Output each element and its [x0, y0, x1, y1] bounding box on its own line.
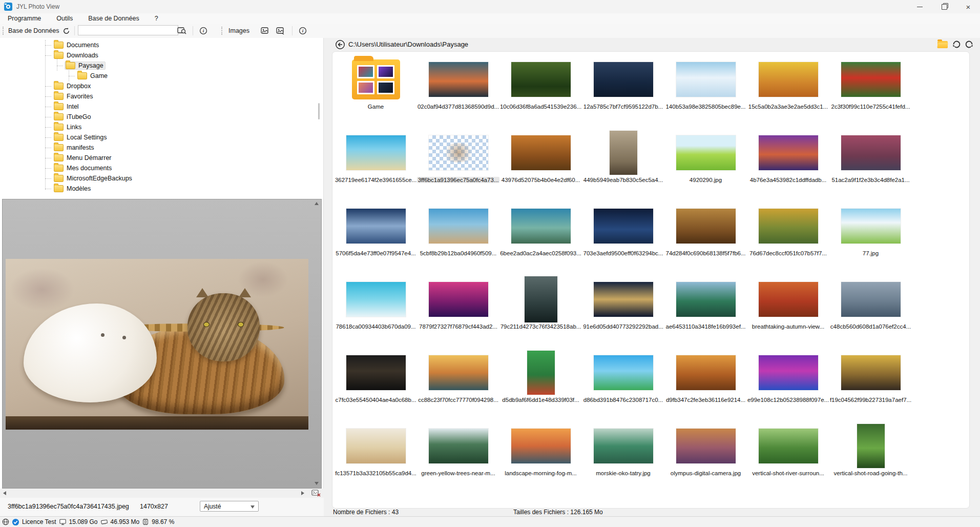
open-folder-button[interactable] [937, 41, 948, 48]
tree-item-label: Modèles [67, 185, 91, 192]
db-info-button[interactable]: i [198, 26, 209, 36]
restore-button[interactable] [932, 0, 956, 13]
restore-icon [942, 4, 947, 10]
file-item-12a5785c7bf7cf9595122d7b[interactable]: 12a5785c7bf7cf9595122d7b... [582, 55, 664, 128]
file-item-c7fc03e55450404ae4a0c68b[interactable]: c7fc03e55450404ae4a0c68b... [335, 348, 417, 421]
fit-mode-select[interactable]: Ajusté [200, 501, 259, 512]
file-item-6bee2ad0ac2a4aec0258f093[interactable]: 6bee2ad0ac2a4aec0258f093... [499, 201, 582, 275]
tree-item-manifests[interactable]: manifests [0, 143, 96, 153]
file-item-703e3aefd9500eff0f63294bc[interactable]: 703e3aefd9500eff0f63294bc... [582, 201, 664, 275]
tree-item-favorites[interactable]: Favorites [0, 91, 95, 102]
thumb-wrap [417, 128, 499, 177]
refresh-db-button[interactable] [60, 26, 72, 36]
preview-h-scrollbar[interactable] [0, 489, 324, 498]
file-item-5cbf8b29b12ba0d4960f509[interactable]: 5cbf8b29b12ba0d4960f509... [417, 201, 499, 275]
file-item-cc88c23f70fcc77770f094298[interactable]: cc88c23f70fcc77770f094298... [417, 348, 499, 421]
file-item-olympus-digital-camera-jpg[interactable]: olympus-digital-camera.jpg [664, 421, 747, 495]
refresh-view-button[interactable] [952, 39, 962, 49]
file-item-c48cb560d608d1a076ef2cc4[interactable]: c48cb560d608d1a076ef2cc4... [829, 275, 912, 348]
toolbar-grip[interactable] [3, 27, 4, 35]
file-item-10c06d36f8a6ad541539e236[interactable]: 10c06d36f8a6ad541539e236... [499, 55, 582, 128]
file-item-4920290-jpg[interactable]: 4920290.jpg [664, 128, 747, 201]
file-item-91e6d05dd40773292292bad[interactable]: 91e6d05dd40773292292bad... [582, 275, 664, 348]
thumb-wrap [582, 201, 664, 251]
folder-icon [77, 72, 87, 79]
file-item-breathtaking-autumn-view[interactable]: breathtaking-autumn-view... [747, 275, 829, 348]
menu-outils[interactable]: Outils [49, 15, 80, 22]
menu-base-de-donnees[interactable]: Base de Données [80, 15, 147, 22]
search-image-button[interactable] [176, 26, 187, 36]
tree-item-dropbox[interactable]: Dropbox [0, 81, 93, 91]
tree-item-paysage[interactable]: Paysage [0, 60, 106, 71]
file-item-3ff6bc1a91396ec75a0fc4a73[interactable]: 3ff6bc1a91396ec75a0fc4a73... [417, 128, 499, 201]
search-input[interactable] [78, 25, 178, 35]
image-edit-button[interactable] [275, 26, 286, 36]
tree-item-documents[interactable]: Documents [0, 40, 101, 50]
file-item-78618ca00934403b670da09[interactable]: 78618ca00934403b670da09... [335, 275, 417, 348]
remove-image-button[interactable] [311, 489, 321, 497]
preview-image[interactable] [6, 259, 308, 430]
file-item-d9fb347c2fe3eb36116e9214[interactable]: d9fb347c2fe3eb36116e9214... [664, 348, 747, 421]
redo-rotate-button[interactable] [964, 39, 974, 49]
scroll-right-arrow-icon[interactable] [301, 491, 304, 495]
thumb-wrap [829, 348, 912, 397]
tree-item-links[interactable]: Links [0, 122, 84, 132]
file-item-f19c04562f99b227319a7aef7[interactable]: f19c04562f99b227319a7aef7... [829, 348, 912, 421]
file-item-43976d52075b4b0e4e2df60[interactable]: 43976d52075b4b0e4e2df60... [499, 128, 582, 201]
tree-item-menu-d-marrer[interactable]: Menu Démarrer [0, 153, 114, 163]
file-item-landscape-morning-fog-m[interactable]: landscape-morning-fog-m... [499, 421, 582, 495]
menu-help[interactable]: ? [147, 15, 166, 22]
folder-icon [54, 134, 64, 141]
file-item-74d284f0c690b68138f5f7fb6[interactable]: 74d284f0c690b68138f5f7fb6... [664, 201, 747, 275]
redo-rotate-icon [964, 39, 974, 49]
file-item-51ac2a9f1f2e3b3c4d8fe2a1[interactable]: 51ac2a9f1f2e3b3c4d8fe2a1... [829, 128, 912, 201]
tree-item-game[interactable]: Game [0, 71, 110, 81]
image-action-button[interactable] [259, 26, 270, 36]
file-item-449b5949eab7b830c5ec5a4[interactable]: 449b5949eab7b830c5ec5a4... [582, 128, 664, 201]
thumb-wrap [582, 348, 664, 397]
file-item-2c3f30f99c110e7255c41fefd[interactable]: 2c3f30f99c110e7255c41fefd... [829, 55, 912, 128]
file-item-15c5a0b2a3ae3e2ae5dd3c1[interactable]: 15c5a0b2a3ae3e2ae5dd3c1... [747, 55, 829, 128]
tree-item-downloads[interactable]: Downloads [0, 50, 100, 60]
file-item-green-yellow-trees-near-m[interactable]: green-yellow-trees-near-m... [417, 421, 499, 495]
file-item-vertical-shot-road-going-th[interactable]: vertical-shot-road-going-th... [829, 421, 912, 495]
file-item-5706f5da4e73ff0e07f9547e4[interactable]: 5706f5da4e73ff0e07f9547e4... [335, 201, 417, 275]
minimize-button[interactable] [908, 0, 931, 13]
file-item-362719ee6174f2e3961655ce[interactable]: 362719ee6174f2e3961655ce... [335, 128, 417, 201]
close-button[interactable]: × [956, 0, 980, 13]
back-button[interactable] [335, 39, 345, 50]
file-item-77-jpg[interactable]: 77.jpg [829, 201, 912, 275]
thumb-wrap [499, 201, 582, 251]
file-item-02c0af94d377d81368590d9d[interactable]: 02c0af94d377d81368590d9d... [417, 55, 499, 128]
tree-item-mes-documents[interactable]: Mes documents [0, 163, 114, 173]
tree-scrollbar[interactable] [318, 103, 320, 119]
scroll-up-arrow-icon[interactable] [315, 202, 319, 205]
cpu-usage-value: 98.67 % [152, 518, 174, 525]
file-item-ae6453110a3418fe16b993ef[interactable]: ae6453110a3418fe16b993ef... [664, 275, 747, 348]
file-item-vertical-shot-river-surroun[interactable]: vertical-shot-river-surroun... [747, 421, 829, 495]
disk-space-value: 15.089 Go [69, 518, 98, 525]
toolbar-grip[interactable] [221, 27, 222, 35]
file-item-7879f27327f76879cf443ad2[interactable]: 7879f27327f76879cf443ad2... [417, 275, 499, 348]
file-item-76d67dec8ccf051fc07b57f7[interactable]: 76d67dec8ccf051fc07b57f7... [747, 201, 829, 275]
thumbnail-image [759, 282, 818, 317]
scroll-down-arrow-icon[interactable] [315, 482, 319, 485]
file-item-morskie-oko-tatry-jpg[interactable]: morskie-oko-tatry.jpg [582, 421, 664, 495]
file-item-d86bd391b8476c2308717c0[interactable]: d86bd391b8476c2308717c0... [582, 348, 664, 421]
tree-item-local-settings[interactable]: Local Settings [0, 132, 109, 143]
menu-programme[interactable]: Programme [0, 15, 49, 22]
folder-item-game[interactable]: Game [335, 55, 417, 128]
tree-item-itubego[interactable]: iTubeGo [0, 112, 93, 122]
file-item-d5db9af6f6dd1e48d339f03f[interactable]: d5db9af6f6dd1e48d339f03f... [499, 348, 582, 421]
images-info-button[interactable]: i [297, 26, 308, 36]
file-item-4b76e3a453982c1ddffdadb[interactable]: 4b76e3a453982c1ddffdadb... [747, 128, 829, 201]
scroll-left-arrow-icon[interactable] [3, 491, 6, 495]
tree-item-mod-les[interactable]: Modèles [0, 184, 93, 194]
file-item-partial[interactable] [335, 495, 417, 509]
file-item-79c211d4273c76f3423518ab[interactable]: 79c211d4273c76f3423518ab... [499, 275, 582, 348]
tree-item-microsoftedgebackups[interactable]: MicrosoftEdgeBackups [0, 173, 134, 184]
tree-item-intel[interactable]: Intel [0, 102, 81, 112]
file-item-140b53a98e3825805bec89e[interactable]: 140b53a98e3825805bec89e... [664, 55, 747, 128]
file-item-fc13571b3a332105b55ca9d4[interactable]: fc13571b3a332105b55ca9d4... [335, 421, 417, 495]
file-item-e99e108c12b05238988f097e[interactable]: e99e108c12b05238988f097e... [747, 348, 829, 421]
